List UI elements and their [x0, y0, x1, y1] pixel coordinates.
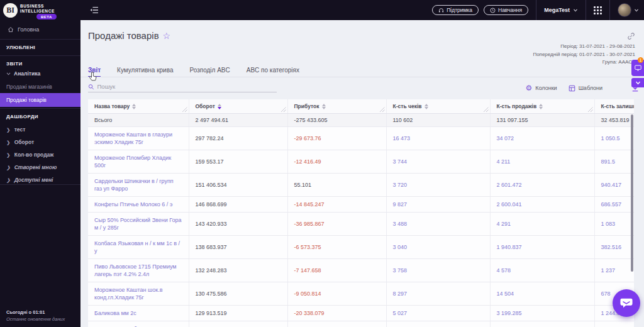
column-label: К-сть чеків: [393, 103, 422, 109]
dashboard-label: тест: [14, 126, 26, 133]
collapse-panel-button[interactable]: [631, 78, 644, 87]
column-header-content: Назва товару: [94, 103, 136, 109]
tab-inactive[interactable]: Кумулятивна крива: [117, 67, 173, 77]
table-row: Хрустящие трубочки Бам-Бук сладкий звук …: [88, 321, 634, 327]
column-header-content: К-сть продажів: [497, 103, 543, 109]
support-button[interactable]: Підтримка: [432, 5, 479, 15]
column-header[interactable]: К-сть залишків н: [594, 99, 634, 114]
training-button[interactable]: Навчання: [484, 5, 528, 15]
slides-icon: [635, 65, 641, 71]
sort-icon[interactable]: [425, 104, 428, 109]
product-name-cell[interactable]: Мороженое Каштан шок.в конд.гл.Хладик 75…: [88, 282, 189, 306]
column-header[interactable]: Оборот: [189, 99, 287, 114]
divider: [0, 108, 80, 109]
value-cell: 1 237: [594, 259, 634, 282]
product-name-cell[interactable]: Конфеты Птичье Молоко 6 / э: [88, 197, 189, 213]
product-name-cell[interactable]: Пиво Львовское 1715 Премиум лагерь пэт 4…: [88, 259, 189, 282]
report-meta: Період: 31-07-2021 - 29-08-2021 Попередн…: [533, 43, 635, 67]
column-resize-handle[interactable]: [380, 107, 385, 112]
value-cell: 14 504: [490, 282, 594, 306]
chevron-right-icon: ❯: [6, 165, 10, 170]
tab-inactive[interactable]: Розподіл ABC: [189, 67, 230, 77]
value-cell: 5 027: [386, 306, 490, 321]
value-cell: 3 040: [386, 236, 490, 259]
column-resize-handle[interactable]: [588, 107, 593, 112]
user-menu[interactable]: [618, 3, 639, 17]
table-toolbar: ⚙ Колонки Шаблони: [526, 84, 639, 92]
sidebar-item-report[interactable]: Продажі магазинів: [0, 80, 80, 93]
workspace-name: MegaTest: [544, 7, 570, 13]
chevron-right-icon: ❯: [6, 127, 10, 132]
value-cell: -7 147.658: [287, 259, 386, 282]
sort-desc-icon: [425, 107, 428, 109]
sort-icon[interactable]: [218, 104, 221, 109]
sidebar-item-analytics[interactable]: Аналітика: [6, 70, 40, 77]
sidebar-toggle-button[interactable]: [90, 6, 99, 14]
product-name-cell[interactable]: Мороженое Каштан в глазури эскимо Хладик…: [88, 127, 189, 150]
column-resize-handle[interactable]: [281, 107, 286, 112]
sort-desc-icon: [218, 107, 221, 109]
sidebar-item-dashboard[interactable]: ❯Створені мною: [0, 161, 80, 174]
value-cell: 16 473: [386, 127, 490, 150]
total-row: Всього2 497 494.61-275 433.605110 602131…: [88, 114, 634, 127]
column-header[interactable]: Прибуток: [287, 99, 386, 114]
value-cell: 110 602: [386, 114, 490, 127]
product-name-cell[interactable]: Баликова мм 2с: [88, 306, 189, 321]
sidebar-item-dashboard[interactable]: ❯Оборот: [0, 136, 80, 148]
dashboard-label: Доступні мені: [14, 177, 53, 183]
table-scrollbar[interactable]: [631, 114, 633, 272]
chevron-right-icon: ❯: [6, 140, 10, 145]
presentation-panel-button[interactable]: 1: [631, 60, 644, 76]
support-label: Підтримка: [447, 7, 472, 13]
sidebar-item-active-report[interactable]: Продажі товарів: [0, 93, 80, 107]
share-link-icon[interactable]: [627, 31, 635, 43]
sidebar-item-dashboard[interactable]: ❯тест: [0, 123, 80, 136]
column-header-content: К-сть залишків н: [601, 103, 635, 109]
column-header[interactable]: К-сть чеків: [386, 99, 490, 114]
search-input[interactable]: [97, 83, 277, 90]
clock-icon: [490, 8, 496, 13]
app-logo[interactable]: BI BUSINESS INTELLIGENCE BETA: [0, 0, 80, 23]
dashboard-label: Оборот: [14, 139, 34, 145]
product-name-cell[interactable]: Колбаса Языковая н / к мм 1с в / у: [88, 236, 189, 259]
column-label: Прибуток: [294, 103, 319, 109]
dashboards-list: ❯тест❯Оборот❯Кол-во продаж❯Створені мною…: [0, 123, 80, 186]
value-cell: -12 416.49: [287, 150, 386, 174]
sort-asc-icon: [425, 104, 428, 106]
columns-button[interactable]: ⚙ Колонки: [526, 85, 557, 91]
value-cell: 151 406.534: [189, 174, 287, 197]
sort-asc-icon: [539, 104, 543, 106]
table-row: Пиво Львовское 1715 Премиум лагерь пэт 4…: [88, 259, 634, 282]
divider: [0, 55, 80, 56]
topbar: Підтримка Навчання MegaTest: [80, 0, 644, 20]
column-header[interactable]: Назва товару: [88, 99, 189, 114]
value-cell: 1 083: [594, 213, 634, 236]
workspace-selector[interactable]: MegaTest: [544, 7, 578, 13]
templates-label: Шаблони: [579, 85, 602, 91]
logo-line2: INTELLIGENCE: [20, 9, 55, 14]
apps-grid-button[interactable]: [594, 6, 602, 14]
sort-icon[interactable]: [322, 104, 326, 109]
table-row: Конфеты Птичье Молоко 6 / э146 868.699-1…: [88, 197, 634, 213]
column-resize-handle[interactable]: [182, 107, 187, 112]
product-name-cell[interactable]: Хрустящие трубочки Бам-Бук сладкий звук …: [88, 321, 189, 327]
favorites-section-label: УЛЮБЛЕНІ: [6, 45, 35, 50]
sort-icon[interactable]: [132, 104, 136, 109]
beta-badge: BETA: [36, 14, 57, 19]
value-cell: 3 758: [386, 259, 490, 282]
tab-inactive[interactable]: ABC по категоріях: [247, 67, 299, 77]
sort-icon[interactable]: [539, 104, 543, 109]
favorite-star-icon[interactable]: ☆: [163, 31, 171, 41]
templates-button[interactable]: Шаблони: [569, 85, 602, 92]
value-cell: 132 248.283: [189, 259, 287, 282]
value-cell: 940.417: [594, 174, 634, 197]
column-header[interactable]: К-сть продажів: [490, 99, 594, 114]
chat-fab-button[interactable]: [613, 289, 640, 317]
product-name-cell[interactable]: Сыр 50% Российский Звени Гора м / у 285г: [88, 213, 189, 236]
product-name-cell[interactable]: Сардельки Шпикачки в / групп газ уп Фарр…: [88, 174, 189, 197]
sidebar-item-home[interactable]: Головна: [8, 26, 39, 33]
sidebar-item-dashboard[interactable]: ❯Кол-во продаж: [0, 148, 80, 161]
column-resize-handle[interactable]: [484, 107, 489, 112]
value-cell: 4 291: [490, 213, 594, 236]
product-name-cell[interactable]: Мороженое Пломбир Хладик 500г: [88, 150, 189, 174]
